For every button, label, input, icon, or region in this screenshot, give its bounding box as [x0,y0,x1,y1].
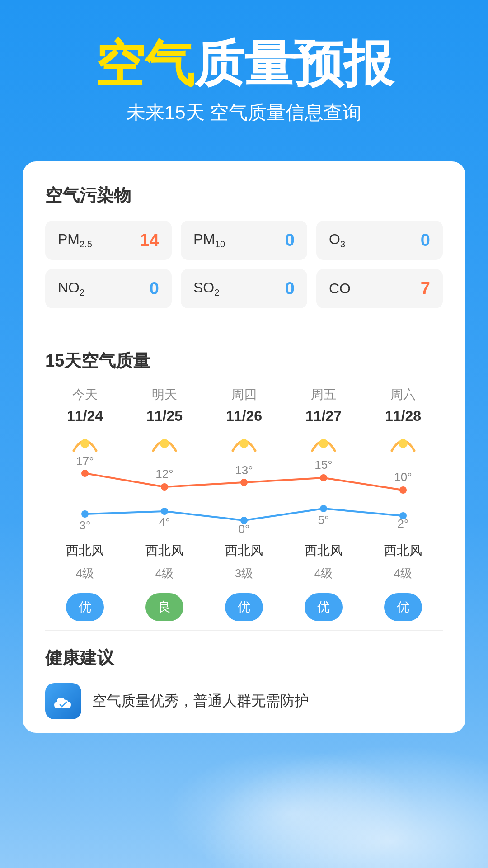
temperature-chart: 17° 12° 13° 15° 10° 3° 4° 0° 5° 2° [45,456,443,538]
forecast-title: 15天空气质量 [45,349,443,373]
sun-icon-3 [310,434,337,452]
svg-point-22 [240,517,248,524]
sun-icon-0 [71,434,99,452]
svg-point-12 [240,479,248,486]
quality-badge-2: 优 [225,593,263,621]
forecast-grid: 今天 11/24 明天 11/25 周四 11/26 周五 11/27 周六 1… [45,386,443,425]
main-title: 空气质量预报 [27,36,461,91]
health-advice: 空气质量优秀，普通人群无需防护 [92,691,309,711]
quality-badge-0: 优 [66,593,104,621]
forecast-col-2: 周四 11/26 [204,386,284,425]
wind-col-2: 西北风 3级 优 [204,542,284,621]
wind-dir-2: 西北风 [225,542,263,559]
pollutant-so2-name: SO2 [193,279,219,298]
weather-icon-col-3 [284,434,363,452]
cloud-icon [52,690,75,712]
forecast-date-4: 11/28 [385,408,421,425]
wind-dir-1: 西北风 [145,542,183,559]
forecast-day-4: 周六 [390,386,416,403]
pollutant-no2: NO2 0 [45,269,172,308]
pollutant-so2-value: 0 [285,279,295,298]
forecast-date-1: 11/25 [146,408,183,425]
quality-badge-3: 优 [305,593,343,621]
pollutant-co-value: 7 [421,279,430,298]
pollutant-so2: SO2 0 [181,269,307,308]
wind-col-4: 西北风 4级 优 [363,542,443,621]
svg-text:4°: 4° [159,515,170,529]
wind-col-3: 西北风 4级 优 [284,542,363,621]
svg-point-1 [160,439,169,448]
pollutant-pm10-name: PM10 [193,231,225,250]
pollutant-no2-name: NO2 [58,279,84,298]
pollutant-o3: O3 0 [316,221,443,260]
svg-point-13 [320,474,327,481]
wind-quality-row: 西北风 4级 优 西北风 4级 良 西北风 3级 优 西北风 4级 优 西北风 [45,542,443,621]
sun-icon-1 [151,434,178,452]
health-section: 健康建议 空气质量优秀，普通人群无需防护 [45,630,443,719]
title-air: 空气 [95,36,194,91]
svg-text:13°: 13° [235,463,253,477]
pollutant-grid: PM2.5 14 PM10 0 O3 0 NO2 0 SO2 0 CO 7 [45,221,443,308]
forecast-col-1: 明天 11/25 [125,386,204,425]
wind-level-4: 4级 [394,566,412,581]
health-icon [45,683,81,719]
pollutant-pm10: PM10 0 [181,221,307,260]
forecast-col-3: 周五 11/27 [284,386,363,425]
svg-text:3°: 3° [80,519,91,532]
health-item: 空气质量优秀，普通人群无需防护 [45,683,443,719]
pollutants-title: 空气污染物 [45,184,443,207]
wind-dir-3: 西北风 [305,542,343,559]
wind-dir-0: 西北风 [66,542,104,559]
svg-point-23 [320,505,327,512]
weather-icon-col-0 [45,434,125,452]
svg-point-24 [399,512,407,519]
svg-point-14 [399,486,407,494]
wind-col-1: 西北风 4级 良 [125,542,204,621]
forecast-date-0: 11/24 [67,408,103,425]
svg-point-3 [319,439,328,448]
svg-point-21 [161,508,168,515]
svg-text:0°: 0° [239,522,250,536]
pollutant-pm10-value: 0 [285,231,295,250]
weather-icons-row [45,434,443,452]
forecast-date-2: 11/26 [226,408,262,425]
forecast-day-2: 周四 [231,386,257,403]
sun-icon-4 [389,434,417,452]
pollutant-pm25-name: PM2.5 [58,231,92,250]
header: 空气质量预报 未来15天 空气质量信息查询 [0,0,488,143]
svg-text:5°: 5° [318,513,329,527]
wind-level-3: 4级 [314,566,333,581]
forecast-date-3: 11/27 [305,408,342,425]
pollutant-co-name: CO [329,280,351,297]
svg-point-11 [161,483,168,491]
health-title: 健康建议 [45,646,443,670]
svg-point-2 [239,439,249,448]
svg-point-4 [399,439,408,448]
svg-point-20 [81,510,89,518]
svg-text:10°: 10° [394,470,412,484]
forecast-day-0: 今天 [72,386,98,403]
svg-text:15°: 15° [314,458,332,472]
svg-text:17°: 17° [76,454,94,468]
wind-col-0: 西北风 4级 优 [45,542,125,621]
wind-level-0: 4级 [76,566,94,581]
forecast-day-3: 周五 [311,386,336,403]
pollutant-o3-name: O3 [329,231,345,250]
wind-level-1: 4级 [155,566,174,581]
svg-point-0 [80,439,89,448]
forecast-col-4: 周六 11/28 [363,386,443,425]
weather-icon-col-4 [363,434,443,452]
quality-badge-4: 优 [384,593,422,621]
pollutant-pm25: PM2.5 14 [45,221,172,260]
weather-icon-col-2 [204,434,284,452]
svg-point-10 [81,470,89,477]
forecast-section: 15天空气质量 今天 11/24 明天 11/25 周四 11/26 周五 11… [45,331,443,719]
pollutant-pm25-value: 14 [140,231,159,250]
pollutant-no2-value: 0 [150,279,159,298]
pollutant-co: CO 7 [316,269,443,308]
forecast-col-0: 今天 11/24 [45,386,125,425]
sun-icon-2 [230,434,258,452]
pollutant-o3-value: 0 [421,231,430,250]
forecast-day-1: 明天 [152,386,177,403]
wind-dir-4: 西北风 [384,542,422,559]
